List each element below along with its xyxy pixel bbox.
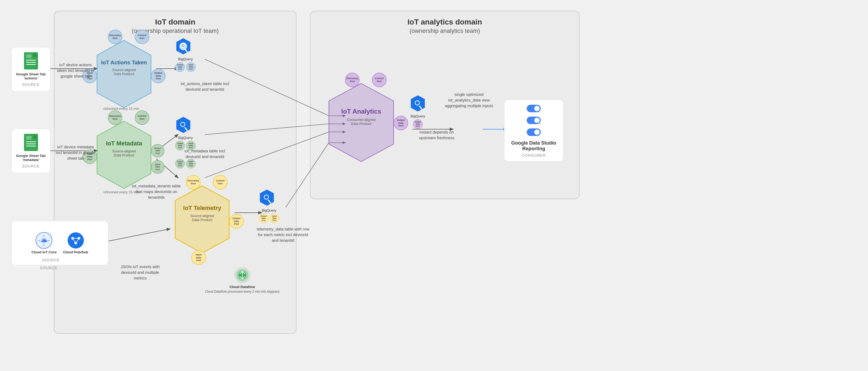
cloud-iot-name: Cloud IoT Core <box>32 250 57 254</box>
analytics-title: IoT Analytics <box>332 108 391 115</box>
gs-metadata-name: Google Sheet Tab 'metadata' <box>16 154 46 162</box>
analytics-domain-subtitle: (ownership analytics team) <box>311 26 579 34</box>
source-gs-actions: Google Sheet Tab 'actions' SOURCE <box>11 47 51 92</box>
svg-rect-26 <box>26 141 36 142</box>
gs-metadata-icon <box>24 134 38 152</box>
metadata-output-port1: OutputDataPort <box>151 144 164 158</box>
annotation-metadata-flow: IoT device metadata incl tenantId in goo… <box>54 144 97 161</box>
gs-actions-icon <box>24 52 38 71</box>
metadata-discovery-port: DiscoveryPort <box>108 110 122 125</box>
metadata-hex-label: IoT Metadata Source-aligned Data Product <box>100 140 148 157</box>
svg-rect-29 <box>26 136 32 140</box>
annotation-analytics-instant: instant depends on upstream freshness <box>412 129 461 140</box>
annotation-metadata-tenants: iot_metadata_tenants table that maps dev… <box>129 183 183 200</box>
telemetry-type1: Source-aligned <box>175 214 229 218</box>
iot-analytics-hex-container: DiscoveryPort ControlPort IoT Analytics … <box>323 81 399 165</box>
actions-title: IoT Actions Taken <box>100 59 148 66</box>
annotation-telemetry-table: telemetry_data table with row for each m… <box>256 226 310 243</box>
telemetry-title: IoT Telemetry <box>175 205 229 212</box>
canvas: IoT domain (ownership operational IoT te… <box>0 0 868 371</box>
analytics-control-port: ControlPort <box>372 73 386 87</box>
bq-telemetry-label: BigQuery <box>259 208 279 212</box>
telemetry-discovery-port: DiscoveryPort <box>186 175 200 190</box>
annotation-actions-table: iot_actions_taken table incl deviceId an… <box>178 81 232 92</box>
iot-domain-subtitle: (ownership operational IoT team) <box>55 26 296 34</box>
gs-actions-label: SOURCE <box>22 82 40 87</box>
actions-control-port: ControlPort <box>135 30 149 44</box>
cloud-pubsub: Cloud Pub/Sub <box>63 232 88 254</box>
actions-type1: Source-aligned <box>100 68 148 72</box>
bq-metadata-top: BigQuery OutputDataPort InputDataPort <box>175 116 196 150</box>
actions-discovery-port: DiscoveryPort <box>108 30 122 44</box>
bq-analytics: BigQuery OutputDataPort <box>410 94 426 129</box>
bq-telemetry: BigQuery OutputDataPort InputDataPort <box>259 189 279 223</box>
metadata-control-port: ControlPort <box>135 110 149 125</box>
annotation-actions-flow: IoT device actions taken incl tenantId i… <box>54 62 97 79</box>
telemetry-output-port: OutputDataPort <box>229 214 244 229</box>
gs-actions-name: Google Sheet Tab 'actions' <box>16 72 46 80</box>
telemetry-hex-label: IoT Telemetry Source-aligned Data Produc… <box>175 205 229 222</box>
bq-metadata-bottom: OutputDataPort InputDataPort <box>175 159 196 170</box>
analytics-type2: Data Product <box>332 122 391 126</box>
analytics-discovery-port: DiscoveryPort <box>345 73 360 87</box>
metadata-output-port2: InputDataPort <box>151 160 164 174</box>
bq-metadata-bottom-ports: OutputDataPort InputDataPort <box>175 159 196 169</box>
metadata-type2: Data Product <box>100 153 148 157</box>
cloud-pubsub-name: Cloud Pub/Sub <box>63 250 88 254</box>
svg-rect-20 <box>26 60 36 61</box>
annotation-telemetry-input: JSON IoT events with deviceId and multip… <box>116 264 164 281</box>
analytics-hex-label: IoT Analytics Consumer-aligned Data Prod… <box>332 108 391 126</box>
actions-type2: Data Product <box>100 72 148 76</box>
bq-analytics-ports: OutputDataPort <box>410 119 426 129</box>
toggle-1[interactable] <box>527 105 541 112</box>
cloud-iot-source-bottom-label: SOURCE <box>40 266 58 270</box>
toggle-2[interactable] <box>527 116 541 124</box>
iot-metadata-hex-container: DiscoveryPort ControlPort InputDataPort … <box>92 119 156 192</box>
svg-rect-22 <box>26 64 36 65</box>
bq-actions: BigQuery OutputDataPort InputDataPort <box>175 37 196 72</box>
bq-actions-label: BigQuery <box>175 57 196 61</box>
svg-marker-54 <box>176 117 190 133</box>
telemetry-input-port: InputDataPort <box>191 250 206 265</box>
svg-rect-21 <box>26 62 36 63</box>
cloud-iot-source-label: SOURCE <box>42 258 60 262</box>
telemetry-type2: Data Product <box>175 218 229 222</box>
actions-hex-label: IoT Actions Taken Source-aligned Data Pr… <box>100 59 148 76</box>
iot-domain-title: IoT domain <box>55 11 296 26</box>
cloud-iot-core: ☁ Cloud IoT Core <box>32 232 57 254</box>
svg-rect-28 <box>26 146 36 146</box>
bq-metadata-top-label: BigQuery <box>175 136 196 140</box>
consumer-name: Google Data Studio Reporting <box>509 140 559 151</box>
cloud-dataflow-name: Cloud Dataflow <box>229 285 255 289</box>
consumer-content <box>527 104 541 137</box>
metadata-type1: Source-aligned <box>100 149 148 153</box>
svg-point-33 <box>42 239 45 242</box>
svg-marker-60 <box>411 95 425 111</box>
annotation-metadata-table: iot_metadata table incl deviceId and ten… <box>178 148 232 159</box>
actions-output-port: OutputDataPort <box>151 69 165 83</box>
bq-analytics-label: BigQuery <box>410 114 426 118</box>
toggle-3[interactable] <box>527 128 541 136</box>
svg-rect-23 <box>26 55 32 58</box>
gs-metadata-label: SOURCE <box>22 164 40 168</box>
source-gs-metadata: Google Sheet Tab 'metadata' SOURCE <box>11 129 51 173</box>
analytics-output-port: OutputDataPort <box>394 116 408 130</box>
cloud-dataflow: Cloud Dataflow Cloud Dataflow processed … <box>205 267 280 294</box>
annotation-analytics-output: single optimized iot_analytics_data view… <box>442 92 496 108</box>
metadata-title: IoT Metadata <box>100 140 148 147</box>
bq-telemetry-ports: OutputDataPort InputDataPort <box>259 213 279 223</box>
svg-point-38 <box>68 232 84 248</box>
source-cloud-iot: ☁ Cloud IoT Core Cloud Pub/Sub <box>11 221 108 265</box>
annotation-actions-refresh: refreshed every 15 min <box>100 106 143 111</box>
consumer-label: CONSUMER <box>522 153 546 158</box>
consumer-box: Google Data Studio Reporting CONSUMER <box>504 100 563 162</box>
iot-actions-hex-container: DiscoveryPort ControlPort InputDataPort … <box>92 38 156 111</box>
cloud-dataflow-desc: Cloud Dataflow processed every 2 min int… <box>205 290 280 294</box>
telemetry-control-port: ControlPort <box>213 175 227 190</box>
svg-rect-27 <box>26 143 36 144</box>
bq-actions-ports: OutputDataPort InputDataPort <box>175 62 196 72</box>
analytics-type1: Consumer-aligned <box>332 117 391 122</box>
analytics-domain-title: IoT analytics domain <box>311 11 579 26</box>
svg-marker-57 <box>260 190 274 206</box>
